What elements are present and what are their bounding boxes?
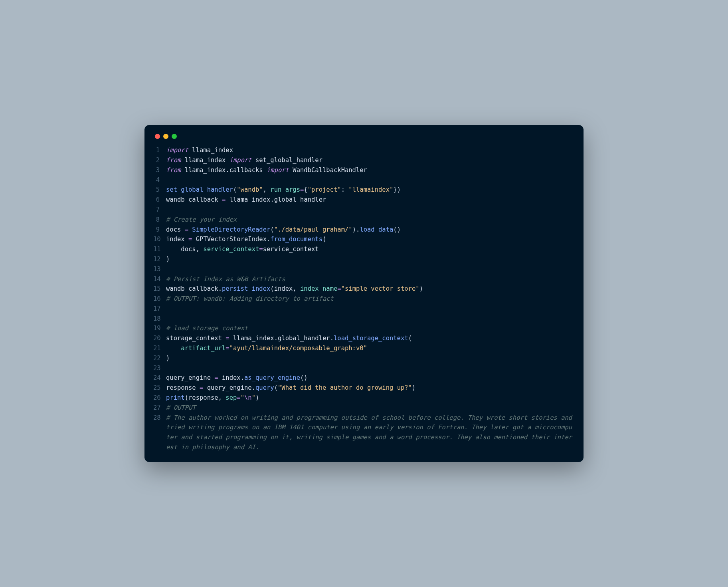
code-window: 1import llama_index 2from llama_index im… — [144, 125, 584, 462]
code-content: storage_context = llama_index.global_han… — [166, 333, 412, 343]
code-line: 1import llama_index — [153, 145, 575, 155]
code-line: 15wandb_callback.persist_index(index, in… — [153, 284, 575, 294]
code-line: 23 — [153, 363, 575, 373]
line-number: 20 — [153, 333, 166, 343]
minimize-icon[interactable] — [163, 134, 168, 139]
line-number: 17 — [153, 304, 166, 314]
close-icon[interactable] — [155, 134, 160, 139]
code-content: print(response, sep="\n") — [166, 393, 259, 403]
line-number: 12 — [153, 254, 166, 264]
line-number: 18 — [153, 314, 166, 324]
line-number: 28 — [153, 413, 166, 423]
code-line: 24query_engine = index.as_query_engine() — [153, 373, 575, 383]
code-content: index = GPTVectorStoreIndex.from_documen… — [166, 234, 326, 244]
line-number: 22 — [153, 353, 166, 363]
line-number: 23 — [153, 363, 166, 373]
code-content: from llama_index.callbacks import WandbC… — [166, 165, 367, 175]
code-content: # OUTPUT — [166, 403, 196, 413]
code-line: 25response = query_engine.query("What di… — [153, 383, 575, 393]
line-number: 21 — [153, 343, 166, 353]
line-number: 27 — [153, 403, 166, 413]
line-number: 1 — [153, 145, 166, 155]
line-number: 2 — [153, 155, 166, 165]
line-number: 14 — [153, 274, 166, 284]
line-number: 15 — [153, 284, 166, 294]
line-number: 3 — [153, 165, 166, 175]
code-content: # Persist Index as W&B Artifacts — [166, 274, 285, 284]
code-line: 7 — [153, 205, 575, 215]
code-line: 6wandb_callback = llama_index.global_han… — [153, 195, 575, 205]
code-content: # Create your index — [166, 215, 237, 225]
line-number: 8 — [153, 215, 166, 225]
code-line: 16# OUTPUT: wandb: Adding directory to a… — [153, 294, 575, 304]
code-line: 5set_global_handler("wandb", run_args={"… — [153, 185, 575, 195]
code-line: 22) — [153, 353, 575, 363]
code-content: # OUTPUT: wandb: Adding directory to art… — [166, 294, 334, 304]
code-content: wandb_callback = llama_index.global_hand… — [166, 195, 326, 205]
code-content: from llama_index import set_global_handl… — [166, 155, 322, 165]
window-titlebar — [153, 132, 575, 145]
code-content — [166, 314, 170, 324]
code-line: 26print(response, sep="\n") — [153, 393, 575, 403]
code-content: wandb_callback.persist_index(index, inde… — [166, 284, 423, 294]
code-line: 21 artifact_url="ayut/llamaindex/composa… — [153, 343, 575, 353]
line-number: 19 — [153, 323, 166, 333]
line-number: 7 — [153, 205, 166, 215]
code-content: artifact_url="ayut/llamaindex/composable… — [166, 343, 367, 353]
code-content: docs, service_context=service_context — [166, 244, 319, 254]
code-line: 4 — [153, 175, 575, 185]
line-number: 9 — [153, 225, 166, 235]
code-line: 14# Persist Index as W&B Artifacts — [153, 274, 575, 284]
code-line: 28# The author worked on writing and pro… — [153, 413, 575, 452]
code-content: # The author worked on writing and progr… — [166, 413, 575, 452]
maximize-icon[interactable] — [172, 134, 177, 139]
line-number: 5 — [153, 185, 166, 195]
line-number: 4 — [153, 175, 166, 185]
code-content: ) — [166, 254, 170, 264]
code-line: 19# load storage context — [153, 323, 575, 333]
code-content: set_global_handler("wandb", run_args={"p… — [166, 185, 401, 195]
code-line: 27# OUTPUT — [153, 403, 575, 413]
code-area: 1import llama_index 2from llama_index im… — [153, 145, 575, 452]
line-number: 13 — [153, 264, 166, 274]
code-content: query_engine = index.as_query_engine() — [166, 373, 308, 383]
code-line: 20storage_context = llama_index.global_h… — [153, 333, 575, 343]
code-line: 11 docs, service_context=service_context — [153, 244, 575, 254]
code-content — [166, 205, 170, 215]
code-content — [166, 304, 170, 314]
code-content — [166, 363, 170, 373]
code-content: # load storage context — [166, 323, 248, 333]
code-line: 18 — [153, 314, 575, 324]
line-number: 26 — [153, 393, 166, 403]
code-line: 17 — [153, 304, 575, 314]
code-content: ) — [166, 353, 170, 363]
line-number: 10 — [153, 234, 166, 244]
code-line: 2from llama_index import set_global_hand… — [153, 155, 575, 165]
code-content: docs = SimpleDirectoryReader("./data/pau… — [166, 225, 401, 235]
line-number: 11 — [153, 244, 166, 254]
line-number: 24 — [153, 373, 166, 383]
code-line: 8# Create your index — [153, 215, 575, 225]
code-line: 12) — [153, 254, 575, 264]
code-line: 10index = GPTVectorStoreIndex.from_docum… — [153, 234, 575, 244]
code-line: 13 — [153, 264, 575, 274]
line-number: 25 — [153, 383, 166, 393]
code-line: 3from llama_index.callbacks import Wandb… — [153, 165, 575, 175]
line-number: 16 — [153, 294, 166, 304]
code-content — [166, 264, 170, 274]
code-content: import llama_index — [166, 145, 233, 155]
code-content — [166, 175, 170, 185]
code-line: 9docs = SimpleDirectoryReader("./data/pa… — [153, 225, 575, 235]
line-number: 6 — [153, 195, 166, 205]
code-content: response = query_engine.query("What did … — [166, 383, 415, 393]
